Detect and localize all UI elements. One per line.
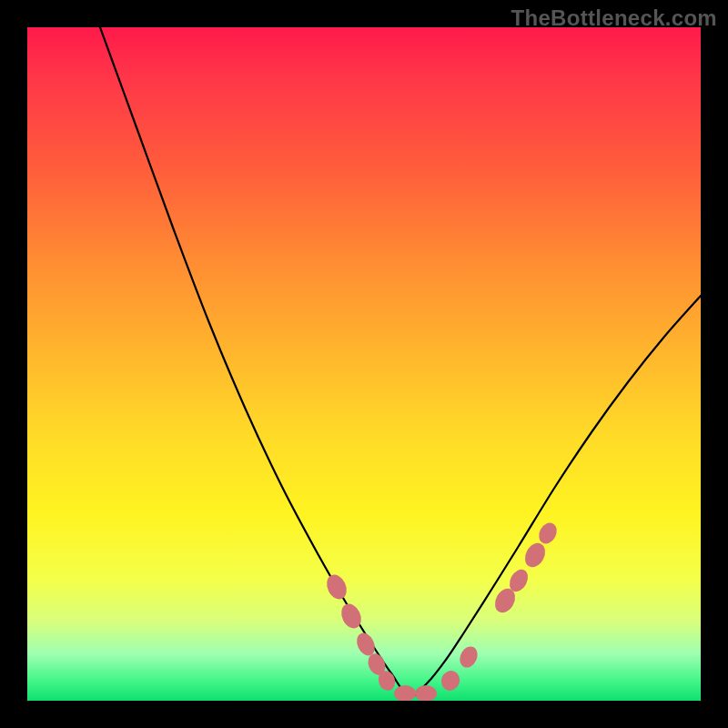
curve-marker <box>457 643 480 670</box>
curve-marker <box>535 520 560 547</box>
marker-group <box>323 520 561 701</box>
plot-area <box>27 27 701 701</box>
curve-marker <box>439 668 463 693</box>
curve-marker <box>394 685 416 701</box>
curve-marker <box>521 540 550 571</box>
curve-marker <box>323 571 350 602</box>
curve-marker <box>415 685 437 701</box>
chart-frame: TheBottleneck.com <box>0 0 728 728</box>
watermark-text: TheBottleneck.com <box>511 5 717 31</box>
curve-marker <box>338 601 365 632</box>
curve-markers <box>27 27 701 701</box>
